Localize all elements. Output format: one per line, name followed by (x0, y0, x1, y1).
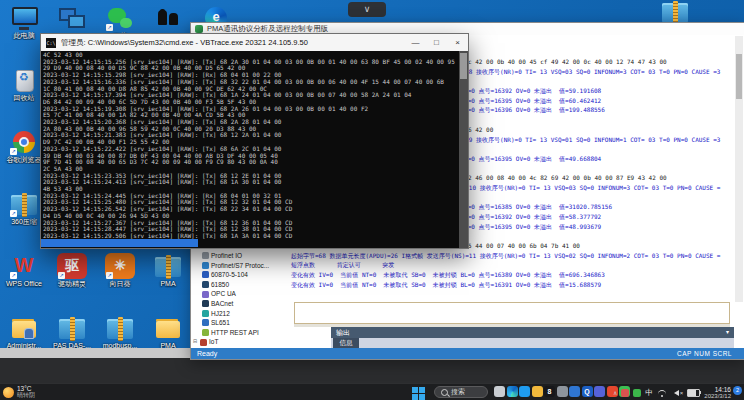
taskbar-app-icon[interactable]: Q (582, 386, 593, 397)
tree-item-label: HJ212 (211, 309, 230, 319)
pma-app-icon (195, 25, 203, 33)
desktop-icon-label: 向日葵 (97, 280, 143, 288)
taskbar-app-icon[interactable] (507, 386, 518, 397)
protocol-icon (202, 310, 209, 317)
tray-app-icon-green[interactable] (633, 389, 641, 397)
tree-item[interactable]: 61850 (195, 280, 291, 290)
start-button[interactable] (412, 387, 425, 400)
tree-item[interactable]: OPC UA (195, 289, 291, 299)
cmd-app-icon: C:\ (46, 38, 56, 48)
tree-item[interactable]: ⊟ IoT (193, 337, 291, 347)
maximize-button[interactable]: □ (426, 34, 447, 51)
shortcut-arrow-icon: ↗ (106, 272, 113, 279)
cmd-selection-highlight (41, 239, 198, 247)
tray-app-icon-red[interactable] (621, 389, 629, 397)
taskbar-app-icon[interactable] (557, 386, 568, 397)
cmd-title-bar[interactable]: C:\ 管理员: C:\Windows\System32\cmd.exe - V… (41, 34, 468, 51)
taskbar-app-icon[interactable] (594, 386, 605, 397)
tree-item-label: OPC UA (211, 289, 236, 299)
protocol-icon (202, 291, 209, 298)
system-tray: ∧ 中 × 14:16 2023/3/12 (613, 384, 744, 400)
search-box[interactable]: 搜索 (434, 386, 488, 398)
desktop-icon-label: WPS Office (1, 280, 47, 288)
pma-status-bar: Ready CAP NUM SCRL (191, 348, 744, 359)
taskbar-app-icon[interactable]: 8 (544, 386, 555, 397)
close-button[interactable]: × (447, 34, 468, 51)
protocol-icon (200, 339, 207, 346)
weather-sun-icon (3, 387, 14, 398)
output-panel-title: 输出 (336, 329, 350, 336)
tree-item[interactable]: HJ212 (195, 309, 291, 319)
desktop-icon[interactable]: W↗ WPS Office (1, 252, 47, 314)
cmd-window-title: 管理员: C:\Windows\System32\cmd.exe - VBTra… (61, 38, 405, 48)
protocol-icon (202, 271, 209, 278)
shortcut-arrow-icon: ↗ (106, 24, 113, 31)
battery-icon[interactable] (687, 389, 700, 397)
analysis-line: 变化有效 IV=0 当前值 NT=0 未被取代 SB=0 未被封锁 BL=0 点… (291, 280, 734, 290)
clock-date: 2023/3/12 (704, 393, 731, 400)
desktop-icon-glyph: 驱↗ (57, 253, 87, 279)
desktop-icon-glyph: ↗ (9, 129, 39, 155)
taskbar-app-icon[interactable] (532, 386, 543, 397)
weather-widget[interactable]: 13°C 晴转阴 (3, 385, 35, 399)
tree-expander-icon[interactable]: ⊟ (193, 337, 200, 347)
ime-indicator[interactable]: 中 (645, 388, 653, 398)
desktop-icon[interactable]: ✳↗ 向日葵 (97, 252, 143, 314)
wifi-icon[interactable] (657, 389, 667, 397)
output-panel-header[interactable]: 输出▾ (331, 327, 734, 338)
cmd-scrollbar[interactable] (459, 51, 468, 248)
desktop-icon[interactable]: ↗ PMA (145, 252, 191, 314)
analysis-line: 短浮点数 肯定认可 突发 (291, 260, 734, 270)
desktop-icon-glyph: ↗ (153, 253, 183, 279)
background-dark-strip (0, 358, 744, 384)
desktop-icon-glyph: ↗ (153, 5, 183, 31)
tab-info[interactable]: 信息 (333, 338, 359, 348)
status-ready: Ready (191, 350, 217, 357)
desktop-icon-label: 驱动精灵 (49, 280, 95, 288)
taskbar-app-icon[interactable] (494, 386, 505, 397)
tray-chevron-up-icon[interactable]: ∧ (613, 389, 617, 396)
taskbar-clock[interactable]: 14:16 2023/3/12 (704, 386, 731, 400)
weather-temp: 13°C (17, 385, 35, 392)
cmd-log-line: 9F 7D 41 00 08 40 00 65 D3 7C 42 00 09 4… (43, 159, 459, 166)
tree-item-label: Profinet/S7 Protoc... (211, 261, 269, 271)
desktop-icon-label: PMA (145, 280, 191, 288)
protocol-icon (202, 262, 209, 269)
desktop-icon-glyph: ✳↗ (105, 253, 135, 279)
volume-muted-icon[interactable]: × (671, 390, 684, 396)
cmd-scrollbar-thumb[interactable] (460, 53, 467, 79)
desktop-icon-glyph: ↗ (105, 315, 135, 341)
pma-scrollbar-thumb[interactable] (736, 54, 742, 99)
chevron-down-icon[interactable]: ▾ (726, 327, 729, 338)
taskbar-app-icon[interactable] (569, 386, 580, 397)
status-lock-indicators: CAP NUM SCRL (677, 348, 732, 359)
desktop-icon-glyph: W↗ (9, 253, 39, 279)
tree-item[interactable]: 60870-5-104 (195, 270, 291, 280)
tree-item[interactable]: Profinet/S7 Protoc... (195, 261, 291, 271)
desktop-icon-glyph: ↗ (9, 315, 39, 341)
output-tab-strip: 信息 (331, 338, 734, 348)
shortcut-arrow-icon: ↗ (10, 148, 17, 155)
taskbar: 13°C 晴转阴 搜索 8Q ∧ 中 × 14:16 2023/3/12 2 (0, 383, 744, 400)
tree-item-label: IoT (209, 337, 218, 347)
tree-item[interactable]: Profinet IO (195, 251, 291, 261)
tree-item[interactable]: BACnet (195, 299, 291, 309)
tree-item[interactable]: SL651 (195, 318, 291, 328)
desktop-icon-glyph: ↗ (9, 67, 39, 93)
pma-scrollbar[interactable] (735, 36, 743, 302)
desktop-icon[interactable]: 驱↗ 驱动精灵 (49, 252, 95, 314)
minimize-button[interactable]: — (405, 34, 426, 51)
tree-item-label: 61850 (211, 280, 229, 290)
windows-logo-icon (412, 387, 418, 393)
tree-item-label: HTTP REST API (211, 328, 259, 338)
cmd-output[interactable]: 4C 52 43 002023-03-12 14:15:15.256 [srv_… (41, 51, 459, 248)
taskbar-app-icon[interactable] (519, 386, 530, 397)
analysis-line: 变化有效 IV=0 当前值 NT=0 未被取代 SB=0 未被封锁 BL=0 点… (291, 270, 734, 280)
desktop-icon-glyph: ↗ (57, 315, 87, 341)
notification-badge[interactable]: 2 (733, 386, 742, 395)
capture-toolbar-chevron[interactable]: ∨ (348, 2, 386, 17)
tree-item[interactable]: HTTP REST API (195, 328, 291, 338)
desktop-icon-glyph: ↗ (153, 315, 183, 341)
protocol-icon (202, 300, 209, 307)
shortcut-arrow-icon: ↗ (10, 272, 17, 279)
